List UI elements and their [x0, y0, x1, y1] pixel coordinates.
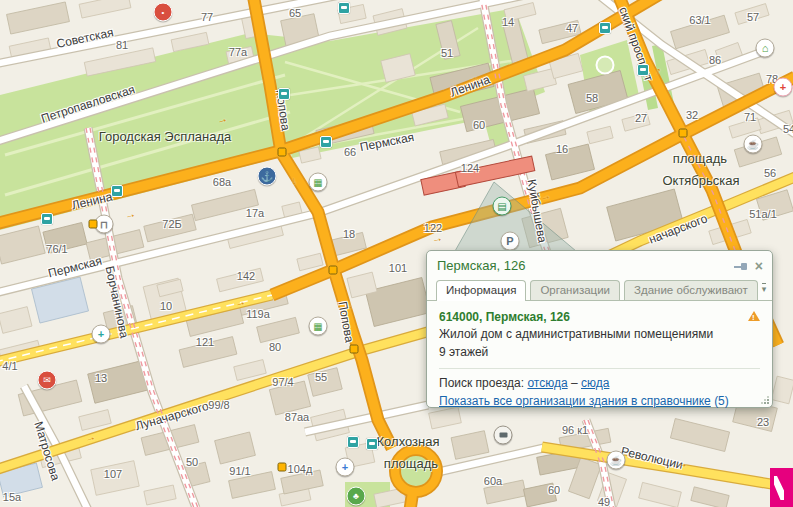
building-number: 18 — [343, 228, 355, 240]
organizations-row: Показать все организации здания в справо… — [439, 393, 760, 410]
route-from-link[interactable]: отсюда — [527, 376, 567, 390]
pin-button[interactable] — [734, 260, 748, 272]
hotel-icon[interactable]: ⌂ — [756, 39, 775, 58]
building-address: 614000, Пермская, 126 — [439, 309, 748, 326]
building-number: 121 — [196, 336, 214, 348]
building-number: 60 — [473, 119, 485, 131]
coffee-icon[interactable]: ☕ — [744, 135, 763, 154]
building-number: 96 к1 — [562, 424, 588, 436]
light-icon[interactable] — [89, 220, 98, 229]
cart-icon[interactable]: ▦ — [309, 173, 328, 192]
building-number: 23 — [757, 416, 769, 428]
area-label: площадь — [384, 456, 438, 471]
building-number: 87аа — [285, 411, 309, 423]
bus-icon[interactable] — [338, 2, 350, 14]
playground-icon[interactable] — [596, 56, 615, 75]
building-number: 51 — [441, 47, 453, 59]
watermark-logo — [770, 468, 793, 507]
popup-header: Пермская, 126 × — [427, 251, 772, 276]
building-number: 14 — [502, 16, 514, 28]
building-number: 51а/1 — [749, 208, 777, 220]
building-number: 4/1 — [2, 360, 17, 372]
building-number: 13 — [95, 372, 107, 384]
building-number: 124 — [461, 162, 479, 174]
close-button[interactable]: × — [755, 261, 763, 271]
tree-icon[interactable]: ♣ — [347, 487, 366, 506]
clinic-icon[interactable]: + — [336, 458, 355, 477]
busstation-icon[interactable] — [494, 426, 513, 445]
building-floors: 9 этажей — [439, 344, 760, 361]
building-number: 32 — [686, 109, 698, 121]
bus-icon[interactable] — [111, 185, 123, 197]
resize-grip[interactable] — [761, 396, 769, 404]
elevator-icon[interactable]: ▤ — [493, 197, 512, 216]
organizations-count: (5) — [714, 394, 729, 408]
bus-icon[interactable] — [278, 88, 290, 100]
building-number: 86 — [709, 54, 721, 66]
building-number: 50 — [186, 456, 198, 468]
building-number: 66 — [344, 146, 356, 158]
tab-information[interactable]: Информация — [436, 280, 526, 301]
divider — [439, 368, 760, 369]
building-number: 58 — [586, 92, 598, 104]
post-icon[interactable]: ✉ — [38, 371, 57, 390]
church-icon[interactable]: + — [92, 325, 111, 344]
route-to-link[interactable]: сюда — [581, 376, 609, 390]
building-number: 119а — [246, 308, 270, 320]
area-label: Городская Эспланада — [99, 129, 231, 144]
building-number: 65 — [289, 7, 301, 19]
pin-icon — [734, 260, 748, 272]
building-number: 142 — [237, 270, 255, 282]
building-number: 71 — [744, 111, 756, 123]
warning-icon — [748, 311, 760, 321]
medical-icon[interactable]: + — [774, 78, 793, 97]
building-number: 56 — [764, 167, 776, 179]
light-icon[interactable] — [278, 148, 287, 157]
poi-icon[interactable]: • — [154, 3, 173, 22]
tab-overflow-icon[interactable]: ▾ — [762, 283, 767, 294]
bus-icon[interactable] — [637, 64, 649, 76]
bus-icon[interactable] — [347, 436, 359, 448]
building-number: 101 — [389, 262, 407, 274]
building-number: 99/8 — [208, 399, 229, 411]
light-icon[interactable] — [329, 266, 338, 275]
building-info-popup[interactable]: Пермская, 126 × Информация Организации З… — [426, 250, 773, 408]
building-number: 17а — [246, 207, 264, 219]
coffee-icon[interactable]: ☕ — [607, 451, 626, 470]
parking-icon[interactable]: P — [501, 232, 520, 251]
route-search-label: Поиск проезда: — [439, 376, 524, 390]
building-number: 81 — [116, 39, 128, 51]
popup-tabs: Информация Организации Здание обслуживаю… — [427, 276, 772, 301]
building-number: 91/1 — [229, 465, 250, 477]
light-icon[interactable] — [350, 345, 359, 354]
show-organizations-link[interactable]: Показать все организации здания в справо… — [439, 394, 711, 408]
tab-building-services[interactable]: Здание обслуживают — [624, 280, 758, 300]
cart-icon[interactable]: ▦ — [309, 317, 328, 336]
popup-body: 614000, Пермская, 126 Жилой дом с админи… — [427, 301, 772, 416]
bus-icon[interactable] — [41, 213, 53, 225]
building-number: 80 — [269, 341, 281, 353]
building-number: 60а — [484, 475, 502, 487]
building-number: 47 — [566, 22, 578, 34]
building-number: 10 — [160, 300, 172, 312]
tab-organizations[interactable]: Организации — [530, 280, 620, 300]
area-label: Колхозная — [377, 434, 440, 449]
light-icon[interactable] — [278, 463, 287, 472]
map-application[interactable]: СоветскаяПетропавловскаяЛенинаЛенинаПопо… — [0, 0, 793, 507]
building-number: 27 — [635, 112, 647, 124]
building-number: 68а — [213, 176, 231, 188]
building-number: 55 — [315, 371, 327, 383]
popup-title: Пермская, 126 — [437, 258, 727, 273]
bus-icon[interactable] — [320, 136, 332, 148]
bus-icon[interactable] — [366, 438, 378, 450]
building-number: 77 — [201, 11, 213, 23]
building-number: 54 — [783, 123, 793, 135]
light-icon[interactable] — [679, 129, 688, 138]
bus-icon[interactable] — [599, 22, 611, 34]
building-number: 104д — [288, 463, 313, 475]
route-search-row: Поиск проезда: отсюда – сюда — [439, 375, 760, 392]
anchor-icon[interactable]: ⚓ — [258, 167, 277, 186]
building-number: 97/4 — [272, 376, 293, 388]
building-number: 49 — [598, 496, 610, 507]
building-number: 76/1 — [46, 243, 67, 255]
